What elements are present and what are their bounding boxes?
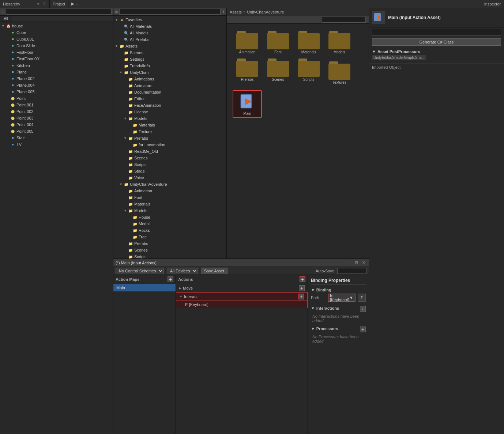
tree-item-point[interactable]: ⬤ Point — [0, 95, 113, 102]
add-binding-move-btn[interactable]: + — [299, 285, 305, 291]
binding-e-keyboard[interactable]: E [Keyboard] — [176, 301, 308, 308]
tree-uc-faceanimation[interactable]: 📁 FaceAnimation — [113, 102, 226, 109]
tree-item-plane005[interactable]: ■ Plane.005 — [0, 88, 113, 95]
tree-uc-animators[interactable]: 📁 Animators — [113, 82, 226, 89]
panel-undock-btn[interactable]: ⊡ — [353, 260, 359, 266]
tree-item-stair[interactable]: ■ Stair — [0, 135, 113, 141]
asset-folder-models[interactable]: Models — [325, 30, 354, 56]
asset-folder-textures[interactable]: Textures — [325, 60, 354, 86]
tree-uc-prefabs[interactable]: ▼ 📁 Prefabs — [113, 135, 226, 141]
binding-tag-button[interactable]: T — [358, 294, 366, 302]
tree-item-cube001[interactable]: ■ Cube.001 — [0, 36, 113, 42]
add-processor-btn[interactable]: + — [360, 327, 366, 332]
breadcrumb-folder[interactable]: UnityChanAdventure — [247, 10, 284, 14]
tree-uca-materials[interactable]: 📁 Materials — [113, 201, 226, 207]
tree-item-plane[interactable]: ■ Plane — [0, 69, 113, 75]
asset-post-processors-section: ▼ Asset PostProcessors UnityEditor.Shade… — [369, 47, 504, 64]
action-search-input[interactable] — [337, 268, 366, 274]
action-map-main[interactable]: Main — [113, 284, 176, 291]
tree-uc-license[interactable]: 📁 License — [113, 109, 226, 115]
asset-folder-materials[interactable]: Materials — [294, 30, 323, 56]
tree-uca-scripts[interactable]: 📁 Scripts — [113, 253, 226, 258]
asset-folder-scripts[interactable]: Scripts — [294, 57, 323, 86]
hierarchy-tab-bar[interactable]: Hierarchy ▼ ⊞ — [0, 0, 50, 8]
tree-uc-scripts[interactable]: 📁 Scripts — [113, 161, 226, 168]
add-binding-interact-btn[interactable]: + — [298, 294, 304, 299]
tree-tutorialinfo[interactable]: 📁 TutorialInfo — [113, 63, 226, 69]
tree-item-point002[interactable]: ⬤ Point.002 — [0, 108, 113, 115]
tree-item-house[interactable]: ▼ 🏠 house — [0, 23, 113, 29]
inspector-search-input[interactable] — [372, 29, 501, 35]
project-add-btn[interactable]: + — [222, 9, 225, 14]
tree-favorites[interactable]: ▼ ★ Favorites — [113, 16, 226, 23]
action-item-move[interactable]: ▶ Move + — [176, 284, 308, 292]
tree-uca-tree[interactable]: 📁 Tree — [113, 234, 226, 240]
project-tab-bar[interactable]: Project — [50, 0, 68, 8]
tree-item-cube[interactable]: ■ Cube — [0, 29, 113, 36]
tree-settings[interactable]: 📁 Settings — [113, 56, 226, 63]
asset-folder-scenes[interactable]: Scenes — [263, 57, 293, 86]
tree-item-point004[interactable]: ⬤ Point.004 — [0, 121, 113, 128]
tree-assets[interactable]: ▼ 📁 Assets — [113, 43, 226, 49]
tree-uc-texture[interactable]: 📁 Texture — [113, 128, 226, 135]
tree-uc-readme[interactable]: 📁 ReadMe_Old — [113, 148, 226, 155]
tree-item-point003[interactable]: ⬤ Point.003 — [0, 115, 113, 121]
tree-uca-house[interactable]: 📁 House — [113, 214, 226, 220]
tree-scenes[interactable]: 📁 Scenes — [113, 49, 226, 56]
save-asset-button[interactable]: Save Asset — [201, 268, 227, 274]
tree-uc-editor[interactable]: 📁 Editor — [113, 95, 226, 102]
tree-item-firstfloor001[interactable]: ■ FirstFloor.001 — [0, 56, 113, 62]
asset-folder-font[interactable]: Font — [263, 30, 293, 56]
dropdown-chevron-icon: ▼ — [349, 295, 353, 300]
tree-all-models[interactable]: 🔍 All Models — [113, 30, 226, 36]
add-interaction-btn[interactable]: + — [360, 306, 366, 312]
tree-uc-forlocomotion[interactable]: 📁 for Locomotion — [113, 141, 226, 148]
asset-folder-animation[interactable]: Animation — [233, 30, 262, 56]
add-action-btn[interactable]: + — [300, 276, 305, 282]
tree-all-materials[interactable]: 🔍 All Materials — [113, 23, 226, 30]
tree-uc-stage[interactable]: 📁 Stage — [113, 168, 226, 174]
asset-file-main[interactable]: Main — [233, 90, 262, 118]
tree-unitychan[interactable]: ▼ 📁 UnityChan — [113, 69, 226, 76]
action-item-interact[interactable]: ▼ Interact + — [176, 292, 308, 301]
inspector-asset-title: Main (Input Action Asset) — [388, 15, 441, 20]
tree-item-tv[interactable]: ■ TV — [0, 141, 113, 148]
panel-menu-btn[interactable]: ⋮ — [346, 260, 352, 266]
tree-item-plane004[interactable]: ■ Plane.004 — [0, 82, 113, 88]
tree-uc-materials[interactable]: 📁 Materials — [113, 122, 226, 128]
plus-btn[interactable]: + — [76, 2, 78, 6]
tree-uca-scenes[interactable]: 📁 Scenes — [113, 247, 226, 253]
panel-close-btn[interactable]: ✕ — [361, 260, 366, 266]
tree-uc-models[interactable]: ▼ 📁 Models — [113, 115, 226, 122]
tree-item-plane002[interactable]: ■ Plane.002 — [0, 75, 113, 82]
tree-unitychanadventure[interactable]: ▼ 📁 UnityChanAdventure — [113, 181, 226, 188]
add-action-map-btn[interactable]: + — [168, 276, 173, 282]
tree-item-firstfloor[interactable]: ■ FirstFloor — [0, 49, 113, 56]
tree-uca-rocks[interactable]: 📁 Rocks — [113, 227, 226, 234]
tree-item-point001[interactable]: ⬤ Point.001 — [0, 102, 113, 108]
breadcrumb-assets[interactable]: Assets — [230, 10, 242, 14]
tree-uca-prefabs[interactable]: 📁 Prefabs — [113, 240, 226, 247]
tree-uc-documentation[interactable]: 📁 Documentation — [113, 89, 226, 95]
tree-item-point005[interactable]: ⬤ Point.005 — [0, 128, 113, 135]
project-search-input[interactable] — [119, 9, 221, 15]
inspector-tab-bar[interactable]: Inspector — [481, 0, 504, 8]
hierarchy-search-input[interactable] — [6, 9, 112, 15]
path-dropdown[interactable]: E [Keyboard] ▼ — [328, 294, 356, 302]
generate-cs-button[interactable]: Generate C# Class — [372, 38, 501, 46]
asset-folder-prefabs[interactable]: Prefabs — [233, 57, 262, 86]
all-devices-dropdown[interactable]: All Devices — [167, 268, 198, 274]
tree-all-prefabs[interactable]: 🔍 All Prefabs — [113, 36, 226, 43]
control-schemes-dropdown[interactable]: No Control Schemes — [116, 268, 164, 274]
tab-all[interactable]: All — [0, 16, 12, 22]
asset-search-input[interactable] — [322, 17, 366, 23]
tree-uc-scenes[interactable]: 📁 Scenes — [113, 155, 226, 161]
tree-uca-models[interactable]: ▼ 📁 Models — [113, 207, 226, 214]
tree-item-kitchen[interactable]: ■ Kitchen — [0, 62, 113, 69]
tree-uca-animation[interactable]: 📁 Animation — [113, 188, 226, 194]
tree-uc-voice[interactable]: 📁 Voice — [113, 174, 226, 181]
tree-uca-medal[interactable]: 📁 Medal — [113, 220, 226, 227]
tree-uc-animations[interactable]: 📁 Animations — [113, 76, 226, 82]
tree-item-doorslide[interactable]: ■ Door.Slide — [0, 42, 113, 49]
tree-uca-font[interactable]: 📁 Font — [113, 194, 226, 201]
